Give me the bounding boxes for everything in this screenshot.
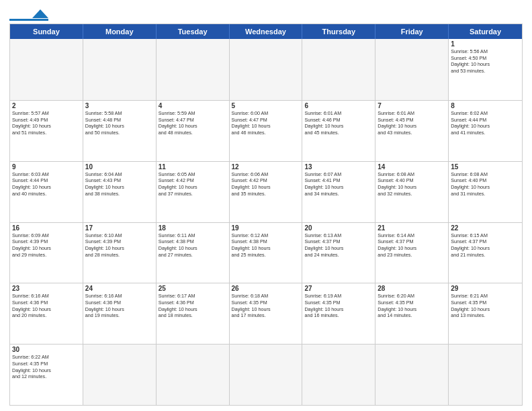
cell-number: 10 [85, 163, 154, 171]
calendar-page: SundayMondayTuesdayWednesdayThursdayFrid… [0, 0, 532, 411]
cell-number: 1 [451, 40, 520, 48]
calendar-cell [375, 39, 449, 100]
calendar-cell: 1Sunrise: 5:56 AM Sunset: 4:50 PM Daylig… [449, 39, 522, 100]
calendar-row: 30Sunrise: 6:22 AM Sunset: 4:35 PM Dayli… [10, 344, 522, 405]
cell-number: 29 [451, 285, 520, 292]
calendar-cell [375, 345, 449, 405]
cell-number: 5 [232, 102, 300, 109]
calendar-cell [302, 345, 375, 405]
calendar-cell [157, 39, 230, 100]
cell-info: Sunrise: 6:16 AM Sunset: 4:36 PM Dayligh… [85, 293, 154, 319]
day-header-tuesday: Tuesday [157, 24, 230, 39]
calendar-cell: 28Sunrise: 6:20 AM Sunset: 4:35 PM Dayli… [375, 283, 449, 344]
calendar-cell [157, 345, 230, 405]
calendar-row: 1Sunrise: 5:56 AM Sunset: 4:50 PM Daylig… [10, 39, 522, 100]
calendar: SundayMondayTuesdayWednesdayThursdayFrid… [9, 24, 523, 406]
cell-info: Sunrise: 6:15 AM Sunset: 4:37 PM Dayligh… [451, 232, 520, 259]
cell-number: 27 [304, 285, 373, 292]
cell-number: 23 [12, 285, 81, 292]
cell-number: 16 [12, 224, 81, 232]
day-header-friday: Friday [375, 24, 449, 39]
cell-info: Sunrise: 6:19 AM Sunset: 4:35 PM Dayligh… [304, 293, 373, 319]
calendar-cell: 20Sunrise: 6:13 AM Sunset: 4:37 PM Dayli… [302, 223, 375, 283]
calendar-cell [83, 345, 157, 405]
calendar-row: 9Sunrise: 6:03 AM Sunset: 4:44 PM Daylig… [10, 161, 522, 222]
cell-info: Sunrise: 6:14 AM Sunset: 4:37 PM Dayligh… [378, 232, 446, 259]
calendar-cell: 7Sunrise: 6:01 AM Sunset: 4:45 PM Daylig… [375, 101, 449, 161]
day-header-wednesday: Wednesday [230, 24, 303, 39]
cell-info: Sunrise: 6:01 AM Sunset: 4:45 PM Dayligh… [378, 110, 446, 136]
calendar-cell: 27Sunrise: 6:19 AM Sunset: 4:35 PM Dayli… [302, 283, 375, 344]
calendar-cell: 29Sunrise: 6:21 AM Sunset: 4:35 PM Dayli… [449, 283, 522, 344]
cell-info: Sunrise: 6:04 AM Sunset: 4:43 PM Dayligh… [85, 171, 154, 197]
cell-number: 13 [304, 163, 373, 171]
cell-number: 8 [451, 102, 520, 109]
cell-info: Sunrise: 6:20 AM Sunset: 4:35 PM Dayligh… [378, 293, 446, 319]
calendar-cell: 19Sunrise: 6:12 AM Sunset: 4:38 PM Dayli… [230, 223, 303, 283]
cell-number: 17 [85, 224, 154, 232]
calendar-cell: 12Sunrise: 6:06 AM Sunset: 4:42 PM Dayli… [230, 162, 303, 222]
cell-info: Sunrise: 6:12 AM Sunset: 4:38 PM Dayligh… [232, 232, 300, 259]
calendar-cell: 18Sunrise: 6:11 AM Sunset: 4:38 PM Dayli… [157, 223, 230, 283]
cell-info: Sunrise: 6:08 AM Sunset: 4:40 PM Dayligh… [378, 171, 446, 197]
day-header-thursday: Thursday [302, 24, 375, 39]
calendar-cell [230, 39, 303, 100]
cell-number: 11 [159, 163, 227, 171]
calendar-cell [449, 345, 522, 405]
cell-info: Sunrise: 6:01 AM Sunset: 4:46 PM Dayligh… [304, 110, 373, 136]
calendar-cell: 26Sunrise: 6:18 AM Sunset: 4:35 PM Dayli… [230, 283, 303, 344]
cell-number: 30 [12, 346, 81, 353]
cell-number: 14 [378, 163, 446, 171]
cell-number: 25 [159, 285, 227, 292]
cell-number: 20 [304, 224, 373, 232]
calendar-cell: 11Sunrise: 6:05 AM Sunset: 4:42 PM Dayli… [157, 162, 230, 222]
calendar-cell: 10Sunrise: 6:04 AM Sunset: 4:43 PM Dayli… [83, 162, 157, 222]
calendar-cell: 13Sunrise: 6:07 AM Sunset: 4:41 PM Dayli… [302, 162, 375, 222]
cell-info: Sunrise: 5:56 AM Sunset: 4:50 PM Dayligh… [451, 48, 520, 75]
cell-number: 2 [12, 102, 81, 109]
day-header-sunday: Sunday [10, 24, 83, 39]
calendar-cell [10, 39, 83, 100]
calendar-row: 16Sunrise: 6:09 AM Sunset: 4:39 PM Dayli… [10, 222, 522, 283]
calendar-cell: 8Sunrise: 6:02 AM Sunset: 4:44 PM Daylig… [449, 101, 522, 161]
cell-info: Sunrise: 6:22 AM Sunset: 4:35 PM Dayligh… [12, 354, 81, 380]
calendar-cell [302, 39, 375, 100]
calendar-cell: 2Sunrise: 5:57 AM Sunset: 4:49 PM Daylig… [10, 101, 83, 161]
cell-number: 24 [85, 285, 154, 292]
calendar-cell: 30Sunrise: 6:22 AM Sunset: 4:35 PM Dayli… [10, 345, 83, 405]
calendar-cell: 3Sunrise: 5:58 AM Sunset: 4:48 PM Daylig… [83, 101, 157, 161]
calendar-cell: 16Sunrise: 6:09 AM Sunset: 4:39 PM Dayli… [10, 223, 83, 283]
cell-number: 9 [12, 163, 81, 171]
calendar-cell: 4Sunrise: 5:59 AM Sunset: 4:47 PM Daylig… [157, 101, 230, 161]
calendar-cell: 17Sunrise: 6:10 AM Sunset: 4:39 PM Dayli… [83, 223, 157, 283]
cell-info: Sunrise: 6:21 AM Sunset: 4:35 PM Dayligh… [451, 293, 520, 319]
cell-info: Sunrise: 6:08 AM Sunset: 4:40 PM Dayligh… [451, 171, 520, 197]
cell-info: Sunrise: 5:57 AM Sunset: 4:49 PM Dayligh… [12, 110, 81, 136]
calendar-cell: 25Sunrise: 6:17 AM Sunset: 4:36 PM Dayli… [157, 283, 230, 344]
calendar-cell: 14Sunrise: 6:08 AM Sunset: 4:40 PM Dayli… [375, 162, 449, 222]
cell-info: Sunrise: 6:16 AM Sunset: 4:36 PM Dayligh… [12, 293, 81, 319]
calendar-cell: 22Sunrise: 6:15 AM Sunset: 4:37 PM Dayli… [449, 223, 522, 283]
calendar-cell: 15Sunrise: 6:08 AM Sunset: 4:40 PM Dayli… [449, 162, 522, 222]
cell-number: 3 [85, 102, 154, 109]
cell-number: 26 [232, 285, 300, 292]
calendar-cell: 5Sunrise: 6:00 AM Sunset: 4:47 PM Daylig… [230, 101, 303, 161]
cell-info: Sunrise: 6:00 AM Sunset: 4:47 PM Dayligh… [232, 110, 300, 136]
cell-info: Sunrise: 5:58 AM Sunset: 4:48 PM Dayligh… [85, 110, 154, 136]
calendar-row: 2Sunrise: 5:57 AM Sunset: 4:49 PM Daylig… [10, 100, 522, 161]
cell-info: Sunrise: 6:05 AM Sunset: 4:42 PM Dayligh… [159, 171, 227, 197]
cell-info: Sunrise: 6:09 AM Sunset: 4:39 PM Dayligh… [12, 232, 81, 259]
cell-number: 15 [451, 163, 520, 171]
cell-number: 28 [378, 285, 446, 292]
cell-number: 18 [159, 224, 227, 232]
cell-number: 21 [378, 224, 446, 232]
cell-number: 22 [451, 224, 520, 232]
day-header-monday: Monday [83, 24, 157, 39]
cell-number: 19 [232, 224, 300, 232]
cell-number: 12 [232, 163, 300, 171]
cell-number: 4 [159, 102, 227, 109]
calendar-body: 1Sunrise: 5:56 AM Sunset: 4:50 PM Daylig… [10, 39, 522, 405]
cell-info: Sunrise: 6:10 AM Sunset: 4:39 PM Dayligh… [85, 232, 154, 259]
calendar-cell: 9Sunrise: 6:03 AM Sunset: 4:44 PM Daylig… [10, 162, 83, 222]
cell-info: Sunrise: 6:13 AM Sunset: 4:37 PM Dayligh… [304, 232, 373, 259]
